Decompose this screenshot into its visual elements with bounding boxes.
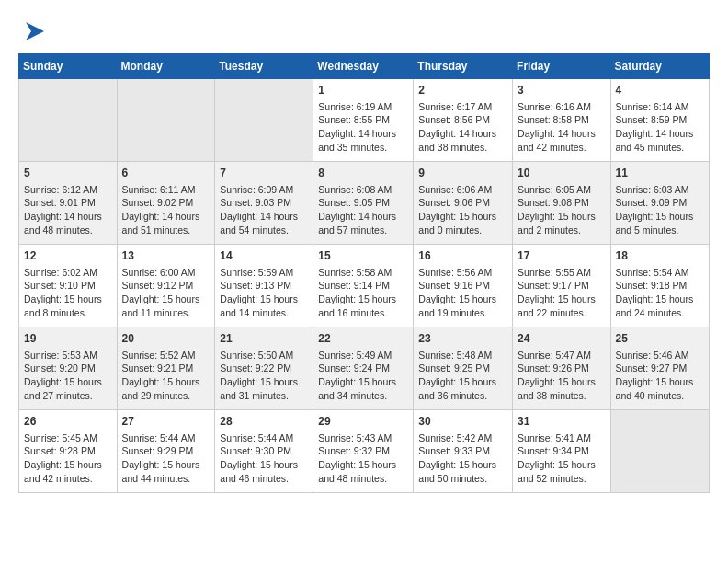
sunset-text: Sunset: 9:24 PM [318,362,408,375]
calendar-cell: 31Sunrise: 5:41 AMSunset: 9:34 PMDayligh… [513,410,611,493]
calendar-cell: 30Sunrise: 5:42 AMSunset: 9:33 PMDayligh… [414,410,513,493]
sunrise-text: Sunrise: 5:47 AM [518,349,606,362]
sunrise-text: Sunrise: 6:03 AM [616,183,704,197]
weekday-header-monday: Monday [117,54,215,79]
daylight-text: Daylight: 14 hours and 54 minutes. [220,210,308,236]
calendar-cell [215,79,313,162]
calendar-cell: 9Sunrise: 6:06 AMSunset: 9:06 PMDaylight… [414,162,513,245]
day-number: 23 [418,331,507,347]
page-header [18,18,710,44]
daylight-text: Daylight: 15 hours and 16 minutes. [318,293,408,319]
weekday-header-saturday: Saturday [610,54,709,79]
calendar-cell: 14Sunrise: 5:59 AMSunset: 9:13 PMDayligh… [215,245,313,327]
day-number: 13 [122,248,210,264]
day-number: 14 [220,248,308,264]
day-number: 20 [122,331,210,347]
calendar-cell: 13Sunrise: 6:00 AMSunset: 9:12 PMDayligh… [117,245,215,327]
day-number: 26 [24,414,112,430]
sunrise-text: Sunrise: 5:52 AM [122,349,210,362]
sunset-text: Sunset: 9:01 PM [24,196,112,210]
sunset-text: Sunset: 9:03 PM [220,196,308,210]
daylight-text: Daylight: 15 hours and 19 minutes. [418,293,507,319]
sunset-text: Sunset: 9:05 PM [318,196,408,210]
calendar-cell: 25Sunrise: 5:46 AMSunset: 9:27 PMDayligh… [610,327,709,410]
sunrise-text: Sunrise: 6:02 AM [24,266,112,280]
sunrise-text: Sunrise: 5:46 AM [616,349,704,362]
sunset-text: Sunset: 9:08 PM [518,196,606,210]
sunset-text: Sunset: 9:26 PM [518,362,606,375]
sunset-text: Sunset: 9:16 PM [418,279,507,293]
sunrise-text: Sunrise: 5:44 AM [122,431,210,445]
sunrise-text: Sunrise: 6:05 AM [518,183,606,197]
sunrise-text: Sunrise: 5:50 AM [220,349,308,362]
sunrise-text: Sunrise: 5:59 AM [220,266,308,280]
daylight-text: Daylight: 15 hours and 31 minutes. [220,375,308,402]
sunrise-text: Sunrise: 6:08 AM [318,183,408,197]
daylight-text: Daylight: 15 hours and 36 minutes. [418,375,507,402]
daylight-text: Daylight: 15 hours and 52 minutes. [518,458,606,485]
daylight-text: Daylight: 14 hours and 48 minutes. [24,210,112,236]
daylight-text: Daylight: 15 hours and 44 minutes. [122,458,210,485]
day-number: 5 [24,166,112,181]
sunrise-text: Sunrise: 6:11 AM [122,183,210,197]
day-number: 17 [518,248,606,264]
sunset-text: Sunset: 9:10 PM [24,279,112,293]
sunrise-text: Sunrise: 5:55 AM [518,266,606,280]
calendar-cell: 4Sunrise: 6:14 AMSunset: 8:59 PMDaylight… [610,79,709,162]
daylight-text: Daylight: 15 hours and 27 minutes. [24,375,112,402]
calendar-cell: 16Sunrise: 5:56 AMSunset: 9:16 PMDayligh… [414,245,513,327]
calendar-cell: 8Sunrise: 6:08 AMSunset: 9:05 PMDaylight… [313,162,414,245]
daylight-text: Daylight: 15 hours and 24 minutes. [616,293,704,319]
sunset-text: Sunset: 9:32 PM [318,444,408,458]
day-number: 28 [220,414,308,430]
sunset-text: Sunset: 9:18 PM [616,279,704,293]
sunset-text: Sunset: 9:22 PM [220,362,308,375]
calendar-cell: 15Sunrise: 5:58 AMSunset: 9:14 PMDayligh… [313,245,414,327]
day-number: 10 [518,166,606,181]
weekday-header-row: SundayMondayTuesdayWednesdayThursdayFrid… [19,54,710,79]
sunset-text: Sunset: 9:33 PM [418,444,507,458]
weekday-header-tuesday: Tuesday [215,54,313,79]
daylight-text: Daylight: 15 hours and 29 minutes. [122,375,210,402]
daylight-text: Daylight: 14 hours and 51 minutes. [122,210,210,236]
sunrise-text: Sunrise: 6:09 AM [220,183,308,197]
daylight-text: Daylight: 15 hours and 14 minutes. [220,293,308,319]
weekday-header-wednesday: Wednesday [313,54,414,79]
calendar-body: 1Sunrise: 6:19 AMSunset: 8:55 PMDaylight… [19,79,710,493]
sunset-text: Sunset: 9:29 PM [122,444,210,458]
daylight-text: Daylight: 15 hours and 0 minutes. [418,210,507,236]
sunrise-text: Sunrise: 6:16 AM [518,100,606,114]
sunset-text: Sunset: 9:21 PM [122,362,210,375]
sunrise-text: Sunrise: 5:48 AM [418,349,507,362]
calendar-cell: 7Sunrise: 6:09 AMSunset: 9:03 PMDaylight… [215,162,313,245]
calendar-cell: 3Sunrise: 6:16 AMSunset: 8:58 PMDaylight… [513,79,611,162]
calendar-cell: 24Sunrise: 5:47 AMSunset: 9:26 PMDayligh… [513,327,611,410]
sunrise-text: Sunrise: 5:41 AM [518,431,606,445]
day-number: 22 [318,331,408,347]
calendar-cell: 12Sunrise: 6:02 AMSunset: 9:10 PMDayligh… [19,245,118,327]
sunset-text: Sunset: 9:17 PM [518,279,606,293]
sunrise-text: Sunrise: 5:54 AM [616,266,704,280]
calendar-cell: 1Sunrise: 6:19 AMSunset: 8:55 PMDaylight… [313,79,414,162]
calendar-cell [610,410,709,493]
sunset-text: Sunset: 9:25 PM [418,362,507,375]
calendar-cell: 21Sunrise: 5:50 AMSunset: 9:22 PMDayligh… [215,327,313,410]
daylight-text: Daylight: 15 hours and 50 minutes. [418,458,507,485]
sunrise-text: Sunrise: 6:12 AM [24,183,112,197]
sunrise-text: Sunrise: 5:58 AM [318,266,408,280]
sunset-text: Sunset: 8:55 PM [318,113,408,127]
daylight-text: Daylight: 14 hours and 35 minutes. [318,127,408,154]
day-number: 24 [518,331,606,347]
svg-marker-0 [26,22,44,40]
sunrise-text: Sunrise: 6:17 AM [418,100,507,114]
sunrise-text: Sunrise: 5:43 AM [318,431,408,445]
day-number: 15 [318,248,408,264]
sunrise-text: Sunrise: 5:42 AM [418,431,507,445]
day-number: 6 [122,166,210,181]
calendar-cell: 6Sunrise: 6:11 AMSunset: 9:02 PMDaylight… [117,162,215,245]
calendar-cell: 26Sunrise: 5:45 AMSunset: 9:28 PMDayligh… [19,410,118,493]
calendar-cell: 11Sunrise: 6:03 AMSunset: 9:09 PMDayligh… [610,162,709,245]
day-number: 25 [616,331,704,347]
weekday-header-friday: Friday [513,54,611,79]
calendar-cell [117,79,215,162]
